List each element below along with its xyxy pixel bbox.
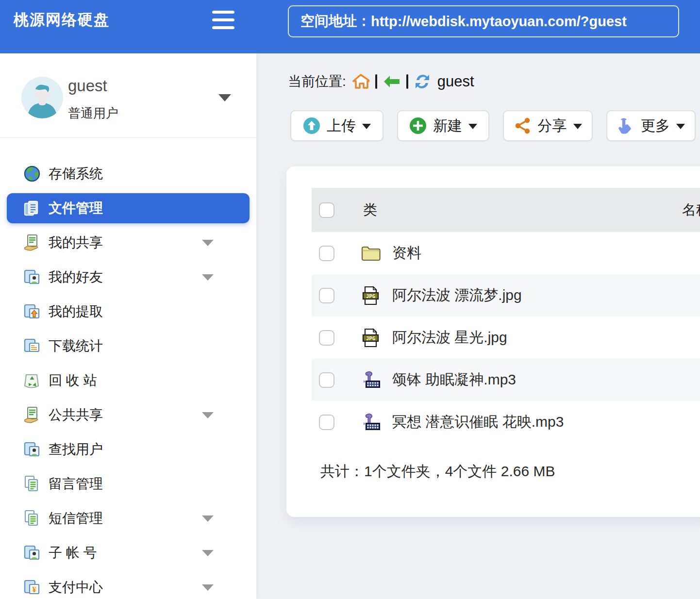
file-row[interactable]: 冥想 潜意识催眠 花映.mp3 <box>312 401 700 443</box>
chevron-down-icon[interactable] <box>202 240 214 252</box>
button-label: 上传 <box>327 116 356 136</box>
space-url-label: 空间地址： <box>300 12 371 31</box>
sidebar-item-label: 短信管理 <box>49 509 103 528</box>
file-row[interactable]: JPG 阿尔法波 星光.jpg <box>312 316 700 359</box>
current-folder: guest <box>437 73 474 90</box>
folder-card-icon <box>23 337 41 355</box>
sidebar-item-label: 子 帐 号 <box>49 544 97 562</box>
home-icon[interactable] <box>352 73 369 90</box>
row-checkbox[interactable] <box>319 372 334 388</box>
mp3-file-icon <box>360 412 381 433</box>
separator <box>375 74 377 89</box>
folder-icon <box>360 243 381 264</box>
sidebar-item-sub-account[interactable]: 子 帐 号 <box>7 538 250 568</box>
sidebar-item-my-extract[interactable]: 我的提取 <box>7 297 250 327</box>
sidebar-item-storage-system[interactable]: 存储系统 <box>7 159 250 189</box>
sidebar-item-label: 我的共享 <box>49 233 103 252</box>
chevron-down-icon <box>362 124 371 133</box>
sidebar: guest 普通用户 存储系统 文件管理 我的共享 我的好友 我的提取 下载统计… <box>0 53 256 599</box>
chevron-down-icon <box>676 124 685 133</box>
share-hand-icon <box>23 406 41 424</box>
file-row[interactable]: 资料 <box>312 232 700 274</box>
folder-user-icon <box>23 544 41 562</box>
file-name[interactable]: 阿尔法波 星光.jpg <box>392 328 507 348</box>
chevron-down-icon[interactable] <box>202 412 214 424</box>
toolbar: 上传 新建 分享 更多 <box>290 110 696 141</box>
breadcrumb-label: 当前位置: <box>288 72 346 91</box>
row-checkbox[interactable] <box>319 288 334 303</box>
sidebar-item-message-manage[interactable]: 留言管理 <box>7 469 250 499</box>
refresh-icon[interactable] <box>414 73 431 90</box>
avatar[interactable] <box>21 77 63 118</box>
sidebar-item-label: 支付中心 <box>49 578 103 597</box>
jpg-file-icon: JPG <box>360 328 381 348</box>
sidebar-item-my-share[interactable]: 我的共享 <box>7 228 250 258</box>
user-chevron-down-icon[interactable] <box>218 94 231 108</box>
file-row[interactable]: 颂钵 助眠凝神.mp3 <box>312 359 700 401</box>
sidebar-item-find-user[interactable]: 查找用户 <box>7 434 250 465</box>
button-label: 新建 <box>433 116 462 136</box>
sidebar-menu: 存储系统 文件管理 我的共享 我的好友 我的提取 下载统计 回 收 站 公共共享… <box>0 159 256 599</box>
sidebar-item-download-stats[interactable]: 下载统计 <box>7 331 250 361</box>
column-name: 名称 <box>682 200 700 220</box>
chevron-down-icon[interactable] <box>202 550 214 562</box>
sidebar-item-recycle-bin[interactable]: 回 收 站 <box>7 366 250 396</box>
sidebar-item-payment-center[interactable]: ¥ 支付中心 <box>7 572 250 599</box>
folder-user-icon <box>23 441 41 458</box>
app: 桃源网络硬盘 空间地址： http://webdisk.mytaoyuan.co… <box>0 0 700 599</box>
sidebar-item-label: 回 收 站 <box>49 371 97 390</box>
file-name[interactable]: 阿尔法波 漂流梦.jpg <box>392 285 522 305</box>
chevron-down-icon[interactable] <box>202 584 214 597</box>
file-name[interactable]: 冥想 潜意识催眠 花映.mp3 <box>392 412 564 432</box>
new-plus-icon <box>409 117 427 134</box>
file-rows: 资料 JPG 阿尔法波 漂流梦.jpg JPG 阿尔法波 星光.jpg 颂钵 助… <box>312 232 700 443</box>
divider <box>0 137 256 138</box>
recycle-icon <box>23 372 41 389</box>
sidebar-item-public-share[interactable]: 公共共享 <box>7 400 250 430</box>
row-checkbox[interactable] <box>319 415 334 430</box>
select-all-checkbox[interactable] <box>319 202 334 218</box>
share-button[interactable]: 分享 <box>503 110 593 141</box>
sidebar-item-file-manager[interactable]: 文件管理 <box>7 193 250 223</box>
chevron-down-icon <box>573 124 582 133</box>
hand-pointer-icon <box>617 117 634 134</box>
space-url-box[interactable]: 空间地址： http://webdisk.mytaoyuan.com/?gues… <box>288 5 679 37</box>
app-header: 桃源网络硬盘 空间地址： http://webdisk.mytaoyuan.co… <box>0 0 700 53</box>
sidebar-item-label: 公共共享 <box>49 406 103 424</box>
breadcrumb: 当前位置: guest <box>288 69 474 94</box>
user-role: 普通用户 <box>68 105 118 122</box>
more-button[interactable]: 更多 <box>606 110 696 141</box>
button-label: 更多 <box>641 116 670 136</box>
new-button[interactable]: 新建 <box>397 110 489 141</box>
upload-button[interactable]: 上传 <box>290 110 383 141</box>
column-type: 类 <box>363 200 377 220</box>
mp3-file-icon <box>360 370 381 390</box>
menu-icon[interactable] <box>212 11 234 31</box>
separator <box>406 74 408 89</box>
sidebar-item-label: 文件管理 <box>49 199 103 217</box>
username: guest <box>68 77 107 95</box>
sidebar-item-sms-manage[interactable]: 短信管理 <box>7 503 250 533</box>
share-nodes-icon <box>514 117 532 134</box>
button-label: 分享 <box>538 116 567 136</box>
chevron-down-icon[interactable] <box>202 516 214 528</box>
sidebar-item-label: 留言管理 <box>49 475 103 493</box>
sidebar-item-my-friends[interactable]: 我的好友 <box>7 262 250 292</box>
sidebar-item-label: 存储系统 <box>49 165 103 183</box>
row-checkbox[interactable] <box>319 246 334 261</box>
folder-up-icon <box>23 303 41 320</box>
svg-text:¥: ¥ <box>33 585 36 594</box>
svg-text:JPG: JPG <box>366 335 375 341</box>
space-url-value: http://webdisk.mytaoyuan.com/?guest <box>371 14 627 30</box>
file-name[interactable]: 资料 <box>392 243 421 263</box>
file-table: 类 名称 资料 JPG 阿尔法波 漂流梦.jpg JPG 阿尔法波 星光.jpg… <box>312 188 700 443</box>
file-row[interactable]: JPG 阿尔法波 漂流梦.jpg <box>312 274 700 316</box>
file-name[interactable]: 颂钵 助眠凝神.mp3 <box>392 370 516 390</box>
chevron-down-icon <box>468 124 477 133</box>
back-icon[interactable] <box>383 75 400 88</box>
summary-text: 共计：1个文件夹，4个文件 2.66 MB <box>320 462 555 482</box>
chevron-down-icon[interactable] <box>202 274 214 286</box>
upload-icon <box>303 117 320 134</box>
row-checkbox[interactable] <box>319 330 334 346</box>
sidebar-item-label: 下载统计 <box>49 337 103 355</box>
